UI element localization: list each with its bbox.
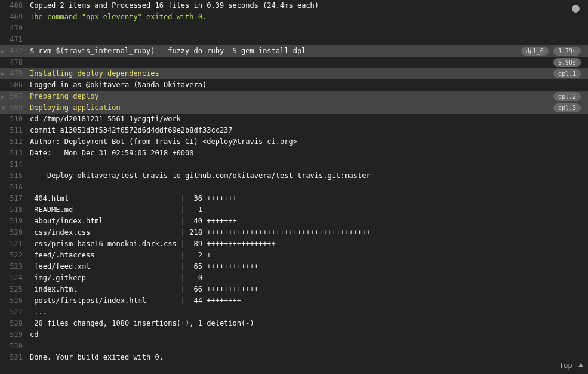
fold-closed-icon[interactable]: ▶ (1, 68, 10, 79)
log-line: 518 README.md | 1 - (0, 204, 588, 216)
fold-closed-icon[interactable]: ▶ (1, 91, 10, 102)
log-line: 4789.90s (0, 57, 588, 68)
log-text: css/prism-base16-monokai.dark.css | 89 +… (30, 238, 588, 250)
log-text: index.html | 66 ++++++++++++ (30, 284, 588, 295)
log-line: ▶472$ rvm $(travis_internal_ruby) --fuzz… (0, 45, 588, 57)
log-text: commit a13051d3f5342f0572d6d4ddf69e2b8df… (30, 125, 588, 136)
log-line: 528 20 files changed, 1080 insertions(+)… (0, 318, 588, 329)
log-line: 521 css/prism-base16-monokai.dark.css | … (0, 238, 588, 250)
line-number[interactable]: 531 (0, 352, 30, 363)
log-line: 514 (0, 159, 588, 170)
log-line: 531Done. Your build exited with 0. (0, 352, 588, 363)
timing-badge: 1.79s (553, 47, 581, 56)
line-number[interactable]: 525 (0, 284, 30, 295)
log-line: 513Date: Mon Dec 31 02:59:05 2018 +0000 (0, 148, 588, 159)
line-badges: dpl.2 (553, 91, 581, 101)
line-number[interactable]: 530 (0, 341, 30, 352)
line-number[interactable]: 521 (0, 238, 30, 250)
log-text: Deploy okitavera/test-travis to github.c… (30, 170, 588, 182)
log-line: ▶479Installing deploy dependenciesdpl.1 (0, 68, 588, 79)
timing-badge: dpl.2 (553, 92, 581, 101)
line-number[interactable]: 518 (0, 204, 30, 216)
log-line: ▶507Preparing deploydpl.2 (0, 91, 588, 102)
line-badges: dpl_01.79s (521, 45, 581, 56)
log-text: posts/firstpost/index.html | 44 ++++++++ (30, 295, 588, 306)
line-number[interactable]: 522 (0, 250, 30, 261)
build-log: 468Copied 2 items and Processed 16 files… (0, 0, 588, 363)
log-line: 512Author: Deployment Bot (from Travis C… (0, 136, 588, 148)
log-text: $ rvm $(travis_internal_ruby) --fuzzy do… (30, 45, 588, 57)
line-number[interactable]: 517 (0, 193, 30, 204)
line-number[interactable]: 524 (0, 272, 30, 284)
line-number[interactable]: 506 (0, 79, 30, 91)
log-text: Copied 2 items and Processed 16 files in… (30, 0, 588, 11)
timing-badge: dpl.3 (553, 103, 581, 112)
log-text: Author: Deployment Bot (from Travis CI) … (30, 136, 588, 148)
line-number[interactable]: 516 (0, 182, 30, 193)
log-line: 526 posts/firstpost/index.html | 44 ++++… (0, 295, 588, 306)
log-text: The command "npx eleventy" exited with 0… (30, 11, 588, 23)
log-text: img/.gitkeep | 0 (30, 272, 588, 284)
log-text: 404.html | 36 +++++++ (30, 193, 588, 204)
log-line: 511commit a13051d3f5342f0572d6d4ddf69e2b… (0, 125, 588, 136)
log-text: feed/.htaccess | 2 + (30, 250, 588, 261)
line-number[interactable]: 471 (0, 34, 30, 45)
log-line: 529cd - (0, 329, 588, 341)
timing-badge: dpl_0 (521, 47, 549, 56)
caret-up-icon (578, 363, 583, 367)
log-line: 470 (0, 23, 588, 34)
log-line: 471 (0, 34, 588, 45)
log-line: 527 ... (0, 306, 588, 318)
line-badges: dpl.3 (553, 102, 581, 112)
line-number[interactable]: 523 (0, 261, 30, 272)
log-text: about/index.html | 40 +++++++ (30, 216, 588, 227)
line-number[interactable]: 469 (0, 11, 30, 23)
line-number[interactable]: 527 (0, 306, 30, 318)
line-number[interactable]: 515 (0, 170, 30, 182)
top-label: Top (559, 361, 572, 370)
line-number[interactable]: 470 (0, 23, 30, 34)
log-line: 522 feed/.htaccess | 2 + (0, 250, 588, 261)
log-text: Logged in as @okitavera (Nanda Okitavera… (30, 79, 588, 91)
log-line: 520 css/index.css | 218 ++++++++++++++++… (0, 227, 588, 238)
log-line: 516 (0, 182, 588, 193)
log-line: 524 img/.gitkeep | 0 (0, 272, 588, 284)
fold-open-icon[interactable]: ▼ (1, 102, 10, 114)
log-line: 468Copied 2 items and Processed 16 files… (0, 0, 588, 11)
log-text: cd - (30, 329, 588, 341)
log-text: Preparing deploy (30, 91, 588, 102)
log-line: 519 about/index.html | 40 +++++++ (0, 216, 588, 227)
timing-badge: dpl.1 (553, 69, 581, 78)
log-text: feed/feed.xml | 65 ++++++++++++ (30, 261, 588, 272)
log-text: README.md | 1 - (30, 204, 588, 216)
log-line: 515 Deploy okitavera/test-travis to gith… (0, 170, 588, 182)
line-number[interactable]: 513 (0, 148, 30, 159)
log-text: css/index.css | 218 ++++++++++++++++++++… (30, 227, 588, 238)
log-line: ▼509Deploying applicationdpl.3 (0, 102, 588, 114)
line-number[interactable]: 520 (0, 227, 30, 238)
log-line: 525 index.html | 66 ++++++++++++ (0, 284, 588, 295)
log-line: 469The command "npx eleventy" exited wit… (0, 11, 588, 23)
line-number[interactable]: 468 (0, 0, 30, 11)
log-text: cd /tmp/d20181231-5561-1yegqti/work (30, 114, 588, 125)
status-indicator[interactable] (572, 5, 580, 13)
line-number[interactable]: 510 (0, 114, 30, 125)
log-text: 20 files changed, 1080 insertions(+), 1 … (30, 318, 588, 329)
line-number[interactable]: 514 (0, 159, 30, 170)
line-number[interactable]: 478 (0, 57, 30, 68)
line-number[interactable]: 512 (0, 136, 30, 148)
line-number[interactable]: 511 (0, 125, 30, 136)
log-line: 523 feed/feed.xml | 65 ++++++++++++ (0, 261, 588, 272)
fold-closed-icon[interactable]: ▶ (1, 45, 10, 57)
line-number[interactable]: 529 (0, 329, 30, 341)
line-number[interactable]: 519 (0, 216, 30, 227)
line-number[interactable]: 526 (0, 295, 30, 306)
scroll-to-top-button[interactable]: Top (559, 360, 583, 372)
line-number[interactable]: 528 (0, 318, 30, 329)
log-line: 510cd /tmp/d20181231-5561-1yegqti/work (0, 114, 588, 125)
line-badges: 9.90s (553, 57, 581, 67)
log-line: 517 404.html | 36 +++++++ (0, 193, 588, 204)
log-text: Done. Your build exited with 0. (30, 352, 588, 363)
log-text: Deploying application (30, 102, 588, 114)
log-text: Date: Mon Dec 31 02:59:05 2018 +0000 (30, 148, 588, 159)
